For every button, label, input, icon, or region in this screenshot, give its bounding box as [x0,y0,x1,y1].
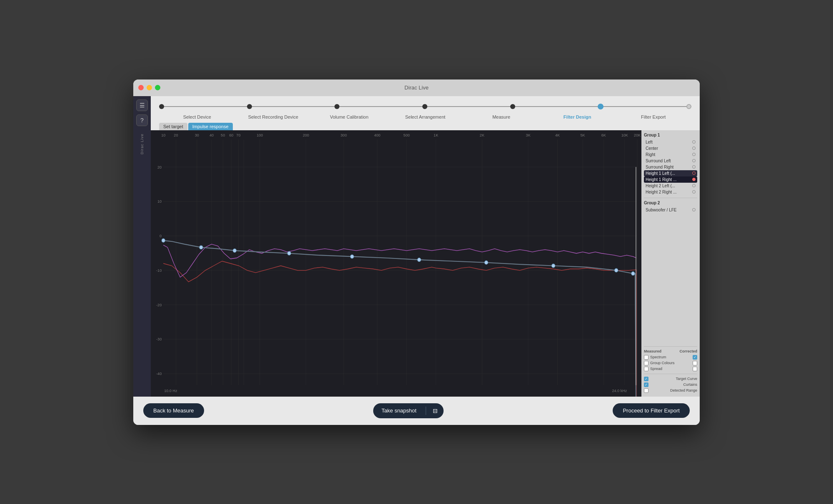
sidebar-brand: Dirac Live [140,134,144,154]
svg-text:-10: -10 [156,268,162,272]
fullscreen-button[interactable] [155,85,160,90]
subtabs: Set target Impulse response [159,121,691,130]
channel-height2-right[interactable]: Height 2 Right ... [644,189,697,195]
subtab-impulse-response[interactable]: Impulse response [188,123,233,130]
svg-text:2K: 2K [480,133,485,137]
svg-point-64 [552,264,555,268]
svg-text:0: 0 [160,233,162,238]
svg-text:5K: 5K [581,133,586,137]
legend-curtains: Curtains [644,382,697,387]
spectrum-label: Spectrum [648,355,693,359]
spectrum-measured-cb[interactable] [644,355,648,360]
svg-text:10.0 Hz: 10.0 Hz [164,388,177,392]
legend-area: Measured Corrected Spectrum Group Colour… [644,346,697,394]
step-node-6[interactable] [686,104,691,109]
step-node-0[interactable] [159,104,164,109]
curtains-cb[interactable] [644,382,648,387]
channel-subwoofer[interactable]: Subwoofer / LFE [644,207,697,213]
right-panel: Group 1 Left Center Right Surround [641,130,700,397]
group-colours-measured-cb[interactable] [644,361,648,365]
snapshot-icon-button[interactable]: ⊟ [427,403,444,418]
spread-measured-cb[interactable] [644,367,648,371]
snapshot-divider [426,407,426,415]
step-node-3[interactable] [422,104,427,109]
svg-text:10: 10 [161,133,165,137]
bottom-bar: Back to Measure Take snapshot ⊟ Proceed … [133,397,700,425]
step-node-1[interactable] [247,104,252,109]
group-separator [644,198,697,198]
svg-text:70: 70 [236,133,240,137]
corrected-header: Corrected [679,349,697,353]
legend-detected-range: Detected Range [644,388,697,393]
window-title: Dirac Live [404,84,429,91]
channel-center-label: Center [646,146,658,151]
channel-surround-right[interactable]: Surround Right [644,164,697,170]
svg-text:-30: -30 [156,336,162,341]
svg-point-63 [484,261,488,264]
channel-height2-right-label: Height 2 Right ... [646,190,676,194]
subtab-set-target[interactable]: Set target [159,123,187,130]
minimize-button[interactable] [147,85,152,90]
channel-height2-right-dot [692,190,696,194]
channel-subwoofer-dot [692,208,696,211]
svg-text:3K: 3K [526,133,531,137]
channel-right[interactable]: Right [644,151,697,158]
step-label-3: Select Arrangement [387,114,464,119]
menu-button[interactable]: ☰ [136,99,148,111]
svg-text:20: 20 [174,133,178,137]
legend-group-colours: Group Colours [644,361,697,365]
group2-title: Group 2 [644,201,697,205]
svg-text:1K: 1K [434,133,439,137]
steps-nodes [159,104,691,109]
svg-text:-40: -40 [156,371,162,375]
channel-center-dot [692,146,696,150]
snapshot-button[interactable]: Take snapshot [373,403,425,418]
channel-height1-left[interactable]: Height 1 Left (... [644,170,697,176]
channel-height2-left[interactable]: Height 2 Left (... [644,183,697,189]
group-colours-corrected-cb[interactable] [693,361,697,365]
channel-surround-left[interactable]: Surround Left [644,158,697,164]
svg-text:40: 40 [209,133,214,137]
proceed-button[interactable]: Proceed to Filter Export [613,403,690,418]
step-node-5[interactable] [598,104,604,109]
list-icon: ⊟ [433,407,438,414]
back-button[interactable]: Back to Measure [143,403,204,418]
channel-subwoofer-label: Subwoofer / LFE [646,208,676,212]
center-area: Select Device Select Recording Device Vo… [151,96,700,397]
group1-title: Group 1 [644,133,697,137]
detected-range-cb[interactable] [644,388,648,393]
channel-right-label: Right [646,152,655,157]
channel-left-dot [692,140,696,144]
spread-label: Spread [648,367,693,371]
svg-text:4K: 4K [555,133,560,137]
svg-text:30: 30 [195,133,199,137]
target-curve-cb[interactable] [644,377,648,381]
svg-point-61 [350,255,354,258]
channel-center[interactable]: Center [644,145,697,151]
channel-surround-left-label: Surround Left [646,159,671,163]
close-button[interactable] [138,85,144,90]
main-content: ☰ ? Dirac Live [133,96,700,397]
measured-header: Measured [644,349,661,353]
step-node-4[interactable] [510,104,515,109]
channel-height1-left-dot [692,171,696,175]
legend-separator [644,374,697,374]
channel-left[interactable]: Left [644,139,697,145]
spectrum-corrected-cb[interactable] [693,355,697,360]
curtains-label: Curtains [681,382,697,387]
channel-right-dot [692,153,696,156]
svg-point-62 [417,258,421,261]
step-node-2[interactable] [334,104,339,109]
legend-spread: Spread [644,367,697,371]
help-button[interactable]: ? [136,114,148,126]
channel-height1-right[interactable]: Height 1 Right ... [644,176,697,183]
traffic-lights [138,85,160,90]
spread-corrected-cb[interactable] [693,367,697,371]
titlebar: Dirac Live [133,79,700,96]
channel-surround-right-label: Surround Right [646,165,673,169]
legend-target-curve: Target Curve [644,377,697,381]
step-label-4: Measure [463,114,539,119]
channel-height1-left-label: Height 1 Left (... [646,171,675,176]
svg-text:60: 60 [229,133,233,137]
chart-area: 10 20 30 40 50 60 70 100 200 300 400 500 [151,130,700,397]
